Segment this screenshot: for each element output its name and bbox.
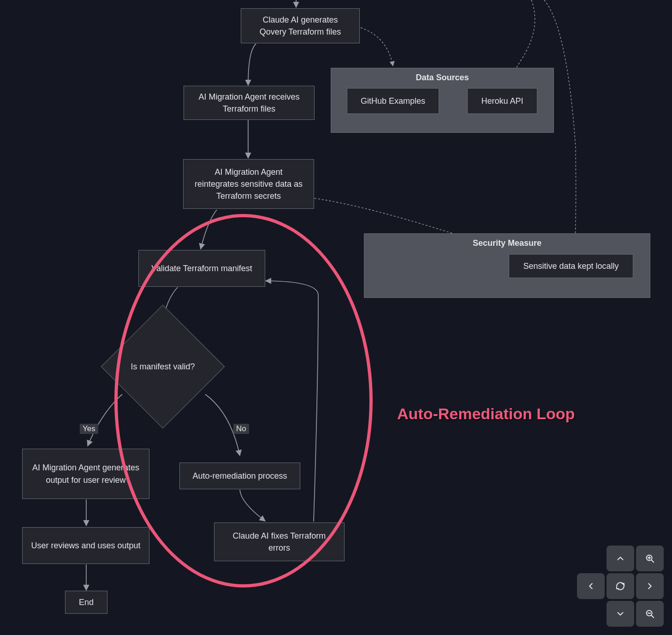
chevron-up-icon: [615, 553, 625, 564]
node-github-examples: GitHub Examples: [347, 88, 439, 114]
annotation-ellipse: [114, 214, 373, 588]
node-user-reviews: User reviews and uses output: [22, 527, 149, 564]
view-controls: [577, 546, 664, 627]
reset-view-button[interactable]: [607, 573, 634, 599]
chevron-left-icon: [586, 581, 596, 591]
zoom-in-icon: [645, 553, 655, 564]
annotation-label: Auto-Remediation Loop: [397, 405, 575, 423]
node-sensitive-local: Sensitive data kept locally: [509, 254, 633, 278]
svg-line-1: [651, 560, 654, 562]
zoom-in-button[interactable]: [636, 546, 664, 571]
pan-up-button[interactable]: [607, 546, 634, 571]
svg-line-5: [651, 615, 654, 617]
pan-down-button[interactable]: [607, 601, 634, 627]
node-text: End: [79, 596, 94, 608]
node-text: Claude AI generates Qovery Terraform fil…: [250, 14, 351, 38]
node-text: User reviews and uses output: [31, 540, 140, 552]
group-title-data-sources: Data Sources: [331, 73, 553, 83]
chevron-down-icon: [615, 609, 625, 619]
node-generates-tf: Claude AI generates Qovery Terraform fil…: [241, 8, 360, 43]
group-title-security: Security Measure: [364, 238, 650, 248]
node-text: Sensitive data kept locally: [523, 260, 618, 272]
node-text: AI Migration Agent reintegrates sensitiv…: [192, 166, 305, 202]
node-text: AI Migration Agent receives Terraform fi…: [192, 91, 306, 115]
refresh-icon: [615, 581, 625, 591]
pan-right-button[interactable]: [636, 573, 664, 599]
node-heroku-api: Heroku API: [467, 88, 537, 114]
node-end: End: [65, 591, 107, 614]
zoom-out-icon: [645, 609, 655, 619]
edge-label-yes: Yes: [80, 424, 98, 434]
chevron-right-icon: [645, 581, 655, 591]
zoom-out-button[interactable]: [636, 601, 664, 627]
pan-left-button[interactable]: [577, 573, 605, 599]
node-text: Heroku API: [481, 95, 523, 107]
node-reintegrates: AI Migration Agent reintegrates sensitiv…: [183, 159, 314, 209]
node-text: GitHub Examples: [361, 95, 425, 107]
node-receives-tf: AI Migration Agent receives Terraform fi…: [184, 86, 315, 120]
